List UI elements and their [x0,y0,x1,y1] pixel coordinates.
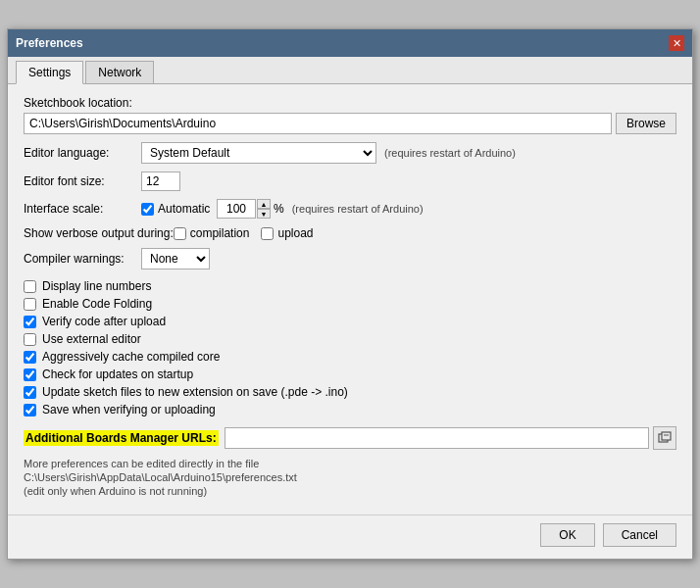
tabs-bar: Settings Network [8,57,692,84]
compiler-warnings-select[interactable]: None [141,248,210,270]
percent-label: % [274,202,284,216]
settings-panel: Sketchbook location: Browse Editor langu… [8,84,692,511]
label-verify-upload: Verify code after upload [42,315,166,328]
tab-settings[interactable]: Settings [16,61,83,84]
compiler-warnings-label: Compiler warnings: [24,252,141,266]
upload-checkbox[interactable] [261,227,274,240]
interface-scale-row: Interface scale: Automatic ▲ ▼ % (requir… [24,199,676,219]
editor-font-size-row: Editor font size: [24,172,676,191]
info-section: More preferences can be edited directly … [24,458,676,497]
sketchbook-label: Sketchbook location: [24,96,676,110]
check-row-save-verifying: Save when verifying or uploading [24,403,676,416]
compilation-checkbox[interactable] [174,227,186,240]
compilation-checkbox-label[interactable]: compilation [174,226,250,240]
browse-button[interactable]: Browse [616,113,676,134]
interface-scale-note: (requires restart of Arduino) [292,203,424,215]
additional-boards-input[interactable] [225,427,649,449]
sketchbook-input-row: Browse [24,113,676,134]
check-row-line-numbers: Display line numbers [24,279,676,293]
label-check-updates: Check for updates on startup [42,368,193,381]
editor-font-size-input[interactable] [141,172,180,191]
automatic-checkbox-label[interactable]: Automatic [141,202,210,216]
upload-checkbox-label[interactable]: upload [261,226,313,240]
checkbox-save-verifying[interactable] [24,404,36,416]
label-update-sketch: Update sketch files to new extension on … [42,385,348,399]
sketchbook-location-row: Sketchbook location: Browse [24,96,676,134]
automatic-checkbox[interactable] [141,203,154,216]
upload-label: upload [277,226,313,240]
tab-network[interactable]: Network [85,61,154,83]
label-save-verifying: Save when verifying or uploading [42,403,216,416]
preferences-dialog: Preferences ✕ Settings Network Sketchboo… [7,28,693,560]
info-line-1: More preferences can be edited directly … [24,458,676,469]
checkbox-code-folding[interactable] [24,298,36,311]
checkbox-update-sketch[interactable] [24,386,36,399]
interface-scale-label: Interface scale: [24,202,141,216]
cancel-button[interactable]: Cancel [603,523,676,547]
check-row-cache-core: Aggressively cache compiled core [24,350,676,364]
scale-input[interactable] [217,199,256,219]
compilation-label: compilation [190,226,250,240]
label-line-numbers: Display line numbers [42,279,151,293]
svg-rect-1 [662,432,671,440]
info-line-3: (edit only when Arduino is not running) [24,485,676,497]
additional-boards-label: Additional Boards Manager URLs: [24,430,219,446]
editor-language-label: Editor language: [24,146,141,160]
checkboxes-section: Display line numbers Enable Code Folding… [24,279,676,416]
additional-boards-open-button[interactable] [653,426,676,450]
dialog-title: Preferences [16,36,83,50]
stepper-buttons: ▲ ▼ [257,199,271,219]
label-cache-core: Aggressively cache compiled core [42,350,220,364]
editor-language-note: (requires restart of Arduino) [384,147,516,159]
checkbox-check-updates[interactable] [24,368,36,381]
sketchbook-input[interactable] [24,113,612,134]
window-open-icon [658,431,672,445]
label-code-folding: Enable Code Folding [42,297,152,311]
bottom-buttons: OK Cancel [8,514,692,559]
check-row-update-sketch: Update sketch files to new extension on … [24,385,676,399]
verbose-output-row: Show verbose output during: compilation … [24,226,676,240]
check-row-check-updates: Check for updates on startup [24,368,676,381]
info-line-2: C:\Users\Girish\AppData\Local\Arduino15\… [24,471,676,483]
label-external-editor: Use external editor [42,332,141,346]
editor-font-size-label: Editor font size: [24,174,141,188]
editor-language-row: Editor language: System Default (require… [24,142,676,164]
checkbox-verify-upload[interactable] [24,316,36,328]
verbose-output-label: Show verbose output during: [24,226,174,240]
title-bar: Preferences ✕ [8,29,692,57]
editor-language-select[interactable]: System Default [141,142,376,164]
check-row-code-folding: Enable Code Folding [24,297,676,311]
stepper-up-button[interactable]: ▲ [257,199,271,209]
close-button[interactable]: ✕ [669,35,684,51]
scale-stepper: ▲ ▼ [217,199,271,219]
additional-boards-row: Additional Boards Manager URLs: [24,426,676,450]
ok-button[interactable]: OK [540,523,594,547]
check-row-external-editor: Use external editor [24,332,676,346]
checkbox-line-numbers[interactable] [24,280,36,293]
check-row-verify-upload: Verify code after upload [24,315,676,328]
automatic-label: Automatic [158,202,210,216]
compiler-warnings-row: Compiler warnings: None [24,248,676,270]
checkbox-cache-core[interactable] [24,351,36,364]
stepper-down-button[interactable]: ▼ [257,209,271,219]
checkbox-external-editor[interactable] [24,333,36,346]
